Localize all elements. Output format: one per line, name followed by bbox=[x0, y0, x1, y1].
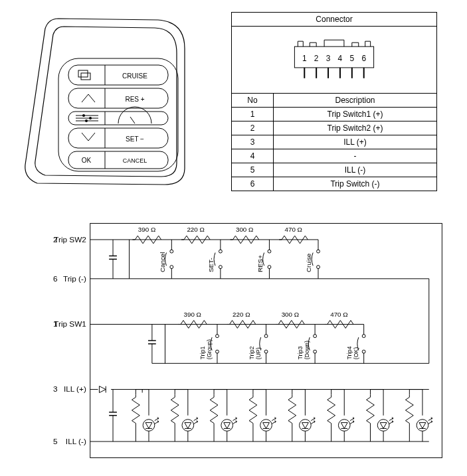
svg-point-14 bbox=[85, 119, 88, 122]
svg-rect-5 bbox=[68, 88, 168, 108]
svg-text:Trip (-): Trip (-) bbox=[63, 274, 86, 283]
connector-illustration: 1 2 3 4 5 6 bbox=[232, 27, 436, 93]
pin-desc: ILL (-) bbox=[274, 163, 437, 177]
svg-text:RES+: RES+ bbox=[256, 255, 264, 272]
svg-text:3: 3 bbox=[53, 384, 58, 393]
svg-text:ILL (+): ILL (+) bbox=[64, 384, 86, 393]
res-button-label: RES + bbox=[125, 96, 144, 103]
pin-desc: Trip Switch (-) bbox=[274, 177, 437, 191]
svg-text:Trip SW1: Trip SW1 bbox=[54, 319, 86, 328]
svg-rect-0 bbox=[58, 58, 178, 171]
svg-text:5: 5 bbox=[350, 54, 355, 63]
header-desc: Description bbox=[274, 94, 437, 108]
svg-text:1: 1 bbox=[302, 54, 307, 63]
pin-no: 2 bbox=[232, 121, 274, 135]
svg-text:ILL (-): ILL (-) bbox=[66, 437, 86, 445]
svg-line-15 bbox=[130, 117, 135, 123]
svg-text:(OK): (OK) bbox=[353, 347, 359, 360]
svg-text:5: 5 bbox=[53, 437, 58, 445]
svg-text:Trip3: Trip3 bbox=[297, 347, 304, 360]
cruise-button-label: CRUISE bbox=[122, 72, 147, 80]
svg-text:220 Ω: 220 Ω bbox=[233, 311, 250, 318]
cancel-button-label: CANCEL bbox=[123, 157, 147, 164]
steering-control-illustration: CRUISE RES + SET − OK CANCEL bbox=[12, 12, 211, 198]
svg-text:2: 2 bbox=[314, 54, 319, 63]
svg-point-13 bbox=[89, 117, 92, 119]
svg-point-12 bbox=[82, 114, 85, 117]
svg-rect-1 bbox=[68, 65, 168, 85]
svg-text:300 Ω: 300 Ω bbox=[282, 311, 299, 318]
svg-rect-97 bbox=[98, 386, 111, 393]
svg-text:Trip2: Trip2 bbox=[248, 347, 255, 360]
svg-text:Trip1: Trip1 bbox=[199, 347, 206, 360]
svg-rect-3 bbox=[78, 70, 88, 77]
svg-text:6: 6 bbox=[361, 54, 366, 63]
pin-no: 1 bbox=[232, 108, 274, 121]
svg-text:SET-: SET- bbox=[207, 258, 215, 272]
svg-text:3: 3 bbox=[326, 54, 331, 63]
svg-text:6: 6 bbox=[53, 274, 58, 283]
svg-text:Trip SW2: Trip SW2 bbox=[54, 235, 86, 244]
svg-text:(UP): (UP) bbox=[255, 347, 262, 359]
svg-rect-16 bbox=[68, 128, 168, 148]
svg-text:(Down): (Down) bbox=[304, 341, 310, 359]
pin-no: 3 bbox=[232, 135, 274, 149]
svg-text:300 Ω: 300 Ω bbox=[236, 226, 253, 233]
svg-text:Trip4: Trip4 bbox=[346, 347, 353, 360]
svg-text:470 Ω: 470 Ω bbox=[330, 311, 347, 318]
pin-no: 4 bbox=[232, 149, 274, 163]
svg-text:390 Ω: 390 Ω bbox=[184, 311, 201, 318]
svg-text:Cruise: Cruise bbox=[305, 253, 312, 272]
pin-desc: Trip Switch1 (+) bbox=[274, 108, 437, 121]
connector-table: Connector bbox=[231, 12, 437, 191]
svg-text:390 Ω: 390 Ω bbox=[138, 226, 155, 233]
ok-button-label: OK bbox=[82, 157, 92, 164]
svg-text:(Group): (Group) bbox=[206, 339, 213, 359]
pin-desc: ILL (+) bbox=[274, 135, 437, 149]
svg-text:4: 4 bbox=[338, 54, 343, 63]
header-no: No bbox=[232, 94, 274, 108]
pin-no: 6 bbox=[232, 177, 274, 191]
connector-title: Connector bbox=[232, 13, 437, 27]
svg-text:220 Ω: 220 Ω bbox=[187, 226, 204, 233]
pin-desc: Trip Switch2 (+) bbox=[274, 121, 437, 135]
pin-desc: - bbox=[274, 149, 437, 163]
svg-rect-4 bbox=[81, 73, 90, 80]
set-button-label: SET − bbox=[126, 135, 144, 143]
svg-text:Cancel: Cancel bbox=[159, 252, 166, 273]
pin-no: 5 bbox=[232, 163, 274, 177]
circuit-schematic: 2 Trip SW2 390 Ω 220 Ω 300 Ω 470 Ω Cance… bbox=[12, 218, 455, 463]
svg-text:470 Ω: 470 Ω bbox=[285, 226, 302, 233]
